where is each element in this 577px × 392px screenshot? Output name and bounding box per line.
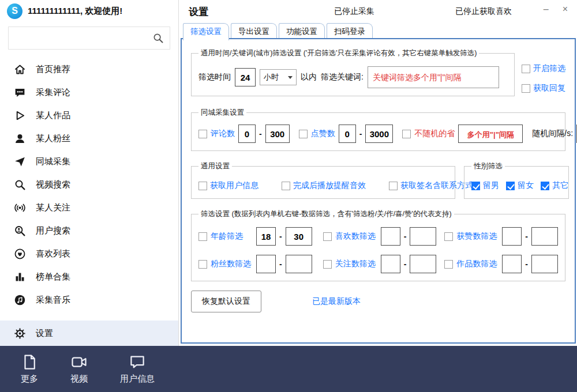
range-dash: - [404, 259, 407, 269]
comment-min-input[interactable] [238, 125, 256, 143]
comment-max-input[interactable] [265, 125, 290, 143]
home-icon [14, 63, 26, 76]
bottombar-item-more[interactable]: 更多 [21, 353, 38, 385]
search-icon[interactable] [152, 32, 164, 44]
data-filter-fieldset: 筛选设置 (数据列表内单机右键-数据筛选，含有'筛选粉/关/作/喜/赞'的代表支… [191, 209, 565, 281]
comment-count-checkbox[interactable] [198, 130, 207, 138]
file-icon [21, 353, 38, 371]
fans-min-input[interactable] [256, 255, 276, 273]
range-dash: - [359, 129, 362, 138]
get-reply-label: 获取回复 [533, 83, 565, 93]
filter-time-input[interactable] [235, 68, 256, 86]
sidebar-item-label: 设置 [36, 328, 53, 339]
fixed-province-label: 不随机的省 [414, 129, 455, 139]
fans-max-input[interactable] [286, 255, 312, 273]
sidebar-item-collect-music[interactable]: 采集音乐 [0, 288, 178, 311]
app-logo-icon: S [7, 3, 23, 19]
sidebar-item-city-collect[interactable]: 同城采集 [0, 150, 178, 173]
play-sound-checkbox[interactable] [282, 182, 290, 190]
enable-filter-checkbox[interactable] [522, 65, 530, 73]
bar-chart-icon [14, 271, 26, 283]
like-max-input[interactable] [365, 125, 393, 143]
sidebar-item-label: 视频搜索 [36, 179, 70, 190]
sidebar-item-label: 采集音乐 [36, 295, 70, 306]
tab-filter-settings[interactable]: 筛选设置 [183, 23, 229, 40]
sidebar-item-user-fans[interactable]: 某人粉丝 [0, 127, 178, 150]
filter-settings-panel: 通用时间/关键词(城市)筛选设置 ('开启筛选'只在采集评论有效，其它右键菜单触… [181, 38, 576, 344]
sidebar: S 111111111111, 欢迎使用! 首页推荐 采集评论 某人作品 某人粉… [0, 0, 179, 346]
sidebar-item-settings[interactable]: 设置 [0, 321, 178, 346]
status-collect-stopped: 已停止采集 [334, 6, 374, 17]
city-collect-fieldset: 同城采集设置 评论数 - 点赞数 - 不随机的省 随机间隔/s: [191, 108, 565, 151]
sidebar-item-user-search[interactable]: 用户搜索 [0, 219, 178, 242]
fixed-province-checkbox[interactable] [402, 130, 411, 138]
works-filter-checkbox[interactable] [444, 260, 453, 269]
search-input[interactable] [14, 33, 152, 43]
age-max-input[interactable] [286, 227, 312, 246]
sidebar-item-label: 采集评论 [36, 87, 70, 98]
reset-defaults-button[interactable]: 恢复默认设置 [191, 291, 261, 312]
sidebar-menu: 首页推荐 采集评论 某人作品 某人粉丝 同城采集 视频搜索 [0, 52, 178, 346]
like-count-checkbox[interactable] [299, 130, 308, 138]
general-settings-fieldset: 通用设置 获取用户信息 完成后播放提醒音效 获取签名含联系方式 [191, 161, 455, 199]
latest-version-link[interactable]: 已是最新版本 [312, 296, 361, 307]
like-min-input[interactable] [339, 125, 356, 143]
sidebar-item-label: 榜单合集 [36, 272, 70, 282]
bottombar-item-video[interactable]: 视频 [70, 353, 88, 385]
range-dash: - [259, 129, 262, 138]
praised-max-input[interactable] [531, 227, 558, 246]
time-unit-value: 小时 [264, 72, 279, 82]
praised-filter-label: 获赞数筛选 [456, 231, 499, 242]
likes-min-input[interactable] [381, 227, 400, 246]
panel-footer: 恢复默认设置 已是最新版本 [191, 291, 565, 312]
keep-female-checkbox[interactable] [506, 182, 515, 190]
likes-filter-checkbox[interactable] [323, 232, 332, 241]
sidebar-item-label: 首页推荐 [36, 64, 70, 75]
get-reply-checkbox[interactable] [522, 84, 530, 93]
user-icon [14, 133, 26, 145]
province-input[interactable] [458, 125, 523, 143]
filter-time-label: 筛选时间 [198, 72, 231, 82]
sidebar-header: S 111111111111, 欢迎使用! [0, 0, 178, 22]
sidebar-item-user-following[interactable]: 某人关注 [0, 196, 178, 219]
time-unit-select[interactable]: 小时 [260, 69, 297, 85]
following-filter-label: 关注数筛选 [335, 259, 377, 269]
get-user-info-checkbox[interactable] [198, 182, 207, 190]
minimize-button[interactable]: – [544, 3, 549, 15]
send-icon [14, 156, 26, 168]
sidebar-item-user-works[interactable]: 某人作品 [0, 104, 178, 127]
following-filter-checkbox[interactable] [323, 260, 332, 269]
praised-min-input[interactable] [502, 227, 522, 246]
keep-other-label: 其它 [552, 180, 568, 191]
close-button[interactable]: × [563, 3, 568, 15]
works-min-input[interactable] [502, 255, 522, 273]
sidebar-item-video-search[interactable]: 视频搜索 [0, 173, 178, 196]
video-icon [70, 353, 88, 371]
likes-max-input[interactable] [410, 227, 436, 246]
range-dash: - [525, 232, 528, 241]
bottombar-item-label: 视频 [70, 374, 88, 385]
following-max-input[interactable] [410, 255, 436, 273]
general-settings-legend: 通用设置 [198, 161, 232, 171]
gender-filter-legend: 性别筛选 [471, 161, 505, 171]
keep-male-checkbox[interactable] [471, 182, 480, 190]
heart-icon [14, 248, 26, 260]
app-window: S 111111111111, 欢迎使用! 首页推荐 采集评论 某人作品 某人粉… [0, 0, 577, 392]
keep-other-checkbox[interactable] [541, 182, 549, 190]
within-label: 以内 [301, 72, 317, 82]
sidebar-item-collect-comments[interactable]: 采集评论 [0, 81, 178, 104]
fans-filter-checkbox[interactable] [198, 260, 207, 269]
sidebar-item-home[interactable]: 首页推荐 [0, 58, 178, 81]
filter-keyword-input[interactable] [368, 66, 499, 88]
following-min-input[interactable] [381, 255, 400, 273]
bottombar-item-label: 更多 [21, 374, 38, 385]
signature-contact-checkbox[interactable] [389, 182, 398, 190]
sidebar-item-rankings[interactable]: 榜单合集 [0, 265, 178, 288]
works-max-input[interactable] [531, 255, 558, 273]
sidebar-item-likes-list[interactable]: 喜欢列表 [0, 242, 178, 265]
praised-filter-checkbox[interactable] [444, 232, 453, 241]
age-min-input[interactable] [256, 227, 276, 246]
bottombar-item-user-info[interactable]: 用户信息 [120, 353, 155, 385]
age-filter-checkbox[interactable] [198, 232, 207, 241]
range-dash: - [279, 259, 282, 269]
